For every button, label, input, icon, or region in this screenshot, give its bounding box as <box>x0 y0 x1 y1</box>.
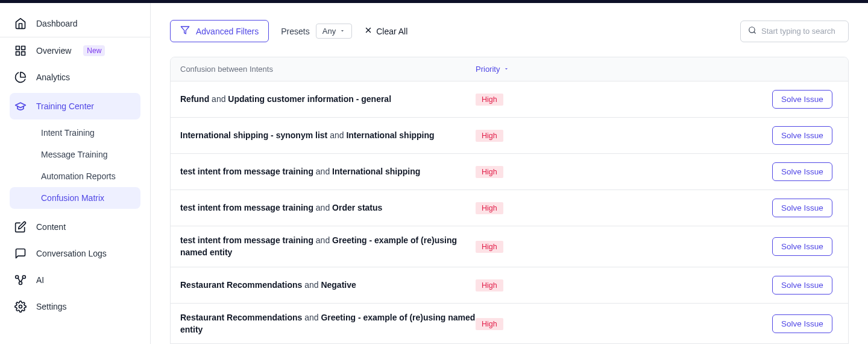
presets: Presets Any <box>281 24 352 39</box>
intent-a: Restaurant Recommendations <box>180 313 302 322</box>
cell-priority: High <box>476 166 548 178</box>
clear-all-button[interactable]: Clear All <box>364 26 407 36</box>
toolbar: Advanced Filters Presets Any Clear All <box>170 20 849 42</box>
priority-badge: High <box>476 202 503 214</box>
cell-priority: High <box>476 279 548 291</box>
presets-select[interactable]: Any <box>316 24 352 39</box>
cell-priority: High <box>476 241 548 253</box>
cell-priority: High <box>476 94 548 106</box>
intent-a: International shipping - synonym list <box>180 130 327 140</box>
intent-b: Order status <box>332 203 382 212</box>
sidebar-item-training-center[interactable]: Training Center <box>10 93 140 119</box>
sidebar-item-label: Overview <box>36 46 71 56</box>
intent-a: test intent from message training <box>180 167 313 176</box>
chat-icon <box>14 247 27 260</box>
cell-action: Solve Issue <box>772 199 838 217</box>
sidebar-sub-automation-reports[interactable]: Automation Reports <box>0 165 150 187</box>
intent-b: Updating customer information - general <box>228 94 391 104</box>
main: Advanced Filters Presets Any Clear All <box>151 3 868 344</box>
svg-marker-10 <box>181 27 189 34</box>
network-icon <box>14 274 27 286</box>
sidebar-sub-message-training[interactable]: Message Training <box>0 144 150 165</box>
search-icon <box>748 26 756 37</box>
sidebar-item-label: Conversation Logs <box>36 249 107 258</box>
priority-badge: High <box>476 94 503 106</box>
sidebar-item-content[interactable]: Content <box>0 214 150 240</box>
grid-icon <box>14 45 27 57</box>
advanced-filters-label: Advanced Filters <box>196 27 259 36</box>
solve-issue-button[interactable]: Solve Issue <box>772 90 832 109</box>
home-icon <box>14 18 27 30</box>
search-input[interactable] <box>761 27 841 36</box>
sidebar-sub-confusion-matrix[interactable]: Confusion Matrix <box>10 187 140 209</box>
filter-icon <box>180 25 190 37</box>
solve-issue-button[interactable]: Solve Issue <box>772 199 832 217</box>
sidebar-item-label: Settings <box>36 302 67 311</box>
search-box[interactable] <box>740 21 849 42</box>
cell-action: Solve Issue <box>772 237 838 256</box>
gear-icon <box>14 301 27 313</box>
intent-a: Refund <box>180 94 209 104</box>
table-row: test intent from message training and Gr… <box>171 226 848 267</box>
graduation-cap-icon <box>14 100 27 112</box>
conjunction: and <box>327 130 346 140</box>
sidebar-item-label: Content <box>36 222 66 232</box>
sidebar-sub-intent-training[interactable]: Intent Training <box>0 122 150 144</box>
sort-desc-icon <box>503 65 509 74</box>
cell-priority: High <box>476 318 548 330</box>
new-badge: New <box>83 45 105 56</box>
priority-badge: High <box>476 279 503 291</box>
cell-action: Solve Issue <box>772 126 838 145</box>
presets-label: Presets <box>281 27 309 36</box>
conjunction: and <box>313 167 332 176</box>
priority-badge: High <box>476 241 503 253</box>
sidebar-item-settings[interactable]: Settings <box>0 293 150 320</box>
solve-issue-button[interactable]: Solve Issue <box>772 162 832 181</box>
clear-all-label: Clear All <box>376 27 407 36</box>
pie-chart-icon <box>14 71 27 83</box>
layout: Dashboard Overview New Analytics Trainin… <box>0 3 868 344</box>
svg-line-8 <box>21 278 23 282</box>
sidebar-item-analytics[interactable]: Analytics <box>0 64 150 91</box>
advanced-filters-button[interactable]: Advanced Filters <box>170 20 269 42</box>
sidebar-item-dashboard[interactable]: Dashboard <box>0 10 150 37</box>
table-row: test intent from message training and In… <box>171 153 848 190</box>
cell-action: Solve Issue <box>772 276 838 295</box>
cell-confusion: International shipping - synonym list an… <box>180 130 476 142</box>
table-row: Refund and Updating customer information… <box>171 81 848 117</box>
sidebar-item-label: Analytics <box>36 72 70 82</box>
intent-b: International shipping <box>346 130 434 140</box>
sidebar: Dashboard Overview New Analytics Trainin… <box>0 3 151 344</box>
svg-point-6 <box>19 282 22 285</box>
solve-issue-button[interactable]: Solve Issue <box>772 126 832 145</box>
solve-issue-button[interactable]: Solve Issue <box>772 276 832 295</box>
sidebar-item-conversation-logs[interactable]: Conversation Logs <box>0 240 150 267</box>
priority-header-label: Priority <box>476 65 500 74</box>
close-icon <box>364 26 373 36</box>
column-header-priority[interactable]: Priority <box>476 65 548 74</box>
solve-issue-button[interactable]: Solve Issue <box>772 314 832 333</box>
cell-confusion: Restaurant Recommendations and Negative <box>180 279 476 291</box>
cell-confusion: Refund and Updating customer information… <box>180 94 476 106</box>
intent-a: Restaurant Recommendations <box>180 280 302 290</box>
intent-a: test intent from message training <box>180 203 313 212</box>
solve-issue-button[interactable]: Solve Issue <box>772 237 832 256</box>
sidebar-sub-label: Message Training <box>41 150 108 159</box>
conjunction: and <box>302 280 321 290</box>
cell-priority: High <box>476 202 548 214</box>
column-header-confusion: Confusion between Intents <box>180 65 476 74</box>
table: Confusion between Intents Priority Refun… <box>170 57 849 344</box>
cell-priority: High <box>476 130 548 142</box>
svg-rect-1 <box>22 46 25 50</box>
svg-rect-2 <box>22 52 25 56</box>
table-header: Confusion between Intents Priority <box>171 57 848 81</box>
table-row: Restaurant Recommendations and Greeting … <box>171 303 848 344</box>
cell-confusion: test intent from message training and Gr… <box>180 235 476 258</box>
sidebar-item-overview[interactable]: Overview New <box>0 37 150 64</box>
cell-confusion: Restaurant Recommendations and Greeting … <box>180 312 476 336</box>
cell-action: Solve Issue <box>772 90 838 109</box>
svg-point-9 <box>19 305 22 308</box>
sidebar-item-ai[interactable]: AI <box>0 267 150 293</box>
svg-line-7 <box>18 278 20 282</box>
sidebar-item-label: Dashboard <box>36 19 78 28</box>
